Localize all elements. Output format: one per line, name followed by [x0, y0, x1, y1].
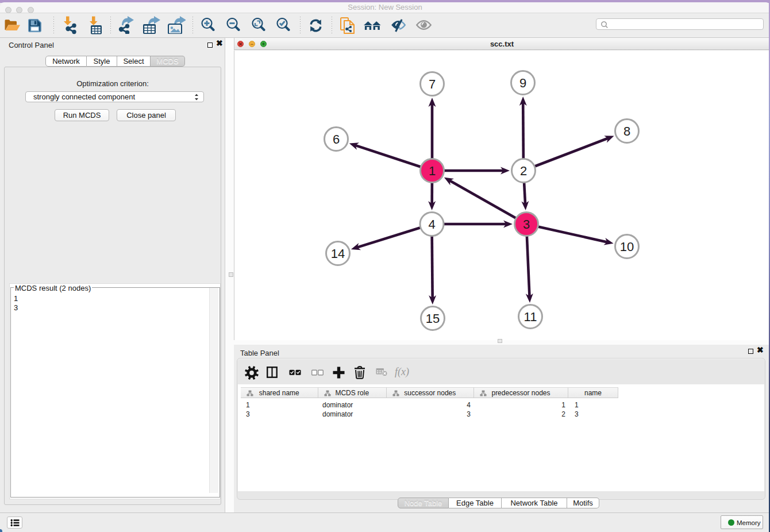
svg-text:11: 11: [524, 310, 537, 324]
svg-text:3: 3: [523, 217, 530, 232]
svg-text:14: 14: [331, 246, 345, 261]
svg-text:6: 6: [333, 132, 340, 147]
svg-text:1: 1: [429, 164, 436, 178]
svg-text:9: 9: [519, 76, 526, 90]
svg-text:8: 8: [623, 124, 630, 138]
svg-text:2: 2: [520, 164, 527, 178]
svg-text:7: 7: [429, 77, 436, 91]
svg-text:4: 4: [428, 217, 435, 232]
svg-text:10: 10: [620, 240, 634, 254]
svg-text:15: 15: [426, 311, 440, 326]
